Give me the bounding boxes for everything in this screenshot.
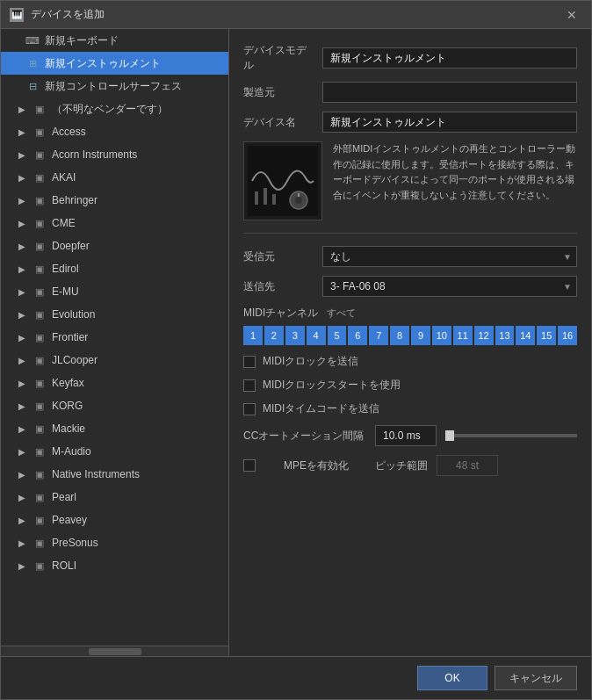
midi-clock-checkbox[interactable] [243,356,256,368]
receive-from-row: 受信元 なし ▼ [243,246,577,267]
tree-item-korg[interactable]: ▶ KORG [1,394,228,417]
tree-item-presonus[interactable]: ▶ PreSonus [1,531,228,554]
tree-item-icon [32,216,47,230]
send-to-select[interactable]: 3- FA-06 08 [322,276,577,297]
description-row: 外部MIDIインストゥルメントの再生とコントローラー動作の記録に使用します。受信… [243,141,577,220]
ok-button[interactable]: OK [417,666,487,690]
tree-item-label: Peavey [52,514,228,526]
tree-item-jlcooper[interactable]: ▶ JLCooper [1,349,228,372]
midi-clock-start-checkbox[interactable] [243,379,256,392]
tree-arrow: ▶ [18,356,29,365]
cc-automation-slider[interactable] [445,434,577,437]
cc-automation-label: CCオートメーション間隔 [243,429,366,444]
tree-arrow: ▶ [18,424,29,434]
tree-item-label: Access [52,126,228,138]
tree-arrow: ▶ [18,264,29,274]
mpe-checkbox[interactable] [243,459,256,472]
manufacturer-label: 製造元 [243,85,314,100]
midi-timecode-checkbox[interactable] [243,403,256,415]
tree-item-icon [32,239,47,253]
device-description: 外部MIDIインストゥルメントの再生とコントローラー動作の記録に使用します。受信… [333,141,577,203]
tree-arrow: ▶ [18,127,29,137]
horizontal-scrollbar[interactable] [1,646,228,656]
device-svg [248,146,318,216]
midi-ch-btn-6[interactable]: 6 [348,326,367,345]
midi-ch-btn-2[interactable]: 2 [264,326,284,345]
tree-item-icon [32,536,47,550]
tree-item-label: Native Instruments [52,468,228,480]
svg-point-5 [295,197,302,204]
receive-from-select[interactable]: なし [322,246,577,267]
midi-channel-all: すべて [327,307,356,320]
tree-item-icon [32,376,47,390]
tree-item-akai[interactable]: ▶ AKAI [1,166,228,189]
tree-item-doepfer[interactable]: ▶ Doepfer [1,235,228,257]
midi-ch-btn-8[interactable]: 8 [390,326,409,345]
tree-scroll[interactable]: 新規キーボード 新規インストゥルメント 新規コントロールサーフェス ▶ （不明な… [1,29,228,646]
tree-item-edirol[interactable]: ▶ Edirol [1,257,228,280]
tree-item-native-instruments[interactable]: ▶ Native Instruments [1,463,228,486]
tree-item-unknown-vendor[interactable]: ▶ （不明なベンダーです） [1,97,228,120]
midi-ch-btn-1[interactable]: 1 [243,326,263,345]
tree-item-icon [32,490,47,504]
midi-ch-btn-12[interactable]: 12 [474,326,494,345]
tree-item-cme[interactable]: ▶ CME [1,212,228,235]
tree-item-icon [32,330,47,344]
tree-item-pearl[interactable]: ▶ Pearl [1,486,228,509]
midi-ch-btn-10[interactable]: 10 [432,326,451,345]
midi-ch-btn-13[interactable]: 13 [495,326,515,345]
tree-arrow: ▶ [18,196,29,206]
pitch-range-input[interactable] [437,455,498,476]
tree-item-label: JLCooper [52,354,228,366]
tree-item-evolution[interactable]: ▶ Evolution [1,303,228,326]
tree-item-frontier[interactable]: ▶ Frontier [1,326,228,349]
device-model-input[interactable] [322,47,577,69]
device-name-input[interactable] [322,112,577,133]
midi-ch-btn-3[interactable]: 3 [285,326,305,345]
tree-item-keyfax[interactable]: ▶ Keyfax [1,372,228,394]
device-image [243,141,322,220]
tree-item-label: Pearl [52,491,228,503]
tree-item-label: Behringer [52,194,228,206]
midi-ch-btn-7[interactable]: 7 [369,326,388,345]
tree-item-new-control-surface[interactable]: 新規コントロールサーフェス [1,75,228,97]
midi-ch-btn-9[interactable]: 9 [411,326,430,345]
tree-item-icon [32,399,47,413]
midi-ch-btn-16[interactable]: 16 [558,326,577,345]
tree-item-icon [25,33,40,47]
midi-ch-btn-5[interactable]: 5 [328,326,347,345]
tree-arrow: ▶ [18,561,29,571]
send-to-row: 送信先 3- FA-06 08 ▼ [243,276,577,297]
left-panel: 新規キーボード 新規インストゥルメント 新規コントロールサーフェス ▶ （不明な… [1,29,229,656]
svg-rect-2 [264,188,267,205]
tree-item-label: Mackie [52,422,228,435]
tree-item-new-keyboard[interactable]: 新規キーボード [1,29,228,52]
midi-ch-btn-15[interactable]: 15 [537,326,556,345]
midi-ch-btn-14[interactable]: 14 [516,326,535,345]
tree-item-m-audio[interactable]: ▶ M-Audio [1,440,228,463]
receive-from-wrapper: なし ▼ [322,246,577,267]
tree-item-icon [32,422,47,436]
dialog-title: デバイスを追加 [31,7,561,22]
tree-item-new-instrument[interactable]: 新規インストゥルメント [1,52,228,75]
tree-item-icon [32,467,47,481]
cancel-button[interactable]: キャンセル [495,666,577,690]
tree-item-mackie[interactable]: ▶ Mackie [1,417,228,440]
tree-item-roli[interactable]: ▶ ROLI [1,554,228,577]
midi-ch-btn-4[interactable]: 4 [307,326,326,345]
tree-item-label: PreSonus [52,537,228,549]
tree-item-access[interactable]: ▶ Access [1,120,228,143]
tree-item-label: Frontier [52,331,228,343]
tree-item-behringer[interactable]: ▶ Behringer [1,189,228,212]
send-to-label: 送信先 [243,279,314,294]
midi-ch-btn-11[interactable]: 11 [453,326,473,345]
midi-channel-label: MIDIチャンネル [243,306,318,321]
tree-item-icon [32,102,47,116]
tree-item-label: Keyfax [52,377,228,389]
manufacturer-input[interactable] [322,82,577,103]
tree-item-emu[interactable]: ▶ E-MU [1,280,228,303]
cc-automation-input[interactable] [375,425,437,446]
tree-item-peavey[interactable]: ▶ Peavey [1,509,228,531]
tree-item-acorn-instruments[interactable]: ▶ Acorn Instruments [1,143,228,166]
close-button[interactable]: ✕ [561,4,582,25]
